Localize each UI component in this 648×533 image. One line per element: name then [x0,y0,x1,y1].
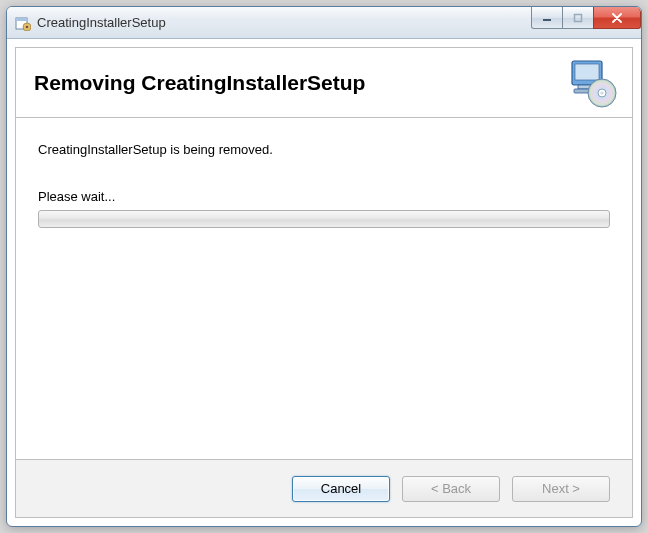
window-title: CreatingInstallerSetup [37,15,166,30]
back-button: < Back [402,476,500,502]
title-bar[interactable]: CreatingInstallerSetup [7,7,641,39]
progress-bar [38,210,610,228]
next-button: Next > [512,476,610,502]
close-button[interactable] [593,7,641,29]
svg-point-12 [600,91,603,94]
svg-rect-5 [575,14,582,21]
installer-window: CreatingInstallerSetup Removing Creating… [6,6,642,527]
wizard-body: CreatingInstallerSetup is being removed.… [16,118,632,459]
svg-rect-7 [575,64,599,80]
svg-rect-4 [543,19,551,21]
status-text: CreatingInstallerSetup is being removed. [38,142,610,157]
svg-rect-1 [16,18,27,21]
wizard-footer: Cancel < Back Next > [16,459,632,517]
page-title: Removing CreatingInstallerSetup [34,71,365,95]
client-area: Removing CreatingInstallerSetup [7,39,641,526]
installer-icon [15,15,31,31]
wizard-header: Removing CreatingInstallerSetup [16,48,632,118]
computer-disc-icon [566,57,618,109]
wait-label: Please wait... [38,189,610,204]
window-controls [532,7,641,29]
minimize-button[interactable] [531,7,563,29]
maximize-button[interactable] [562,7,594,29]
wizard-panel: Removing CreatingInstallerSetup [15,47,633,518]
cancel-button[interactable]: Cancel [292,476,390,502]
svg-point-3 [26,25,29,28]
